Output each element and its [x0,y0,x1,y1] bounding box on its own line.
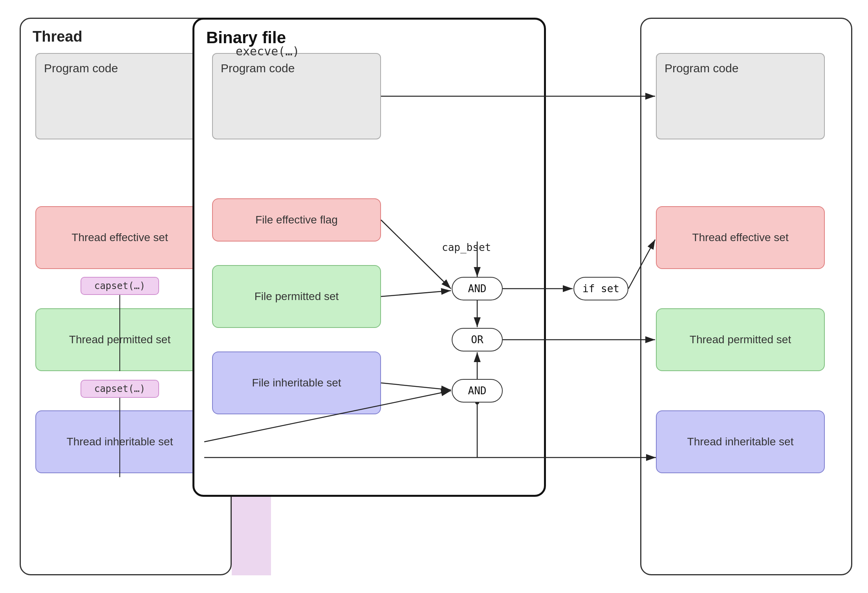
thread-inheritable-label: Thread inheritable set [67,436,173,448]
thread-inheritable-box: Thread inheritable set [35,410,204,473]
file-permitted-label: File permitted set [255,290,339,303]
thread-permitted-box: Thread permitted set [35,308,204,371]
execve-label: execve(…) [236,44,300,58]
file-effective-label: File effective flag [255,214,338,226]
file-inheritable-box: File inheritable set [212,351,381,414]
right-effective-label: Thread effective set [692,231,788,244]
file-effective-box: File effective flag [212,198,381,242]
thread-prog-box: Program code [35,53,204,139]
binary-prog-box: Program code [212,53,381,139]
thread-label: Thread [33,28,82,45]
right-inheritable-box: Thread inheritable set [656,410,825,473]
thread-effective-label: Thread effective set [71,231,168,244]
file-permitted-box: File permitted set [212,265,381,328]
capset2-label: capset(…) [81,380,159,398]
file-inheritable-label: File inheritable set [252,377,341,389]
thread-effective-box: Thread effective set [35,206,204,269]
cap-bset-label: cap_bset [442,242,491,253]
right-prog-box: Program code [656,53,825,139]
right-prog-label: Program code [665,62,738,75]
capset1-label: capset(…) [81,277,159,295]
right-inheritable-label: Thread inheritable set [687,436,794,448]
or-node: OR [452,328,503,351]
right-permitted-label: Thread permitted set [690,333,791,346]
thread-permitted-label: Thread permitted set [69,333,170,346]
binary-prog-label: Program code [221,62,295,75]
thread-prog-label: Program code [44,62,118,75]
right-effective-box: Thread effective set [656,206,825,269]
and2-node: AND [452,379,503,403]
and1-node: AND [452,277,503,300]
right-permitted-box: Thread permitted set [656,308,825,371]
canvas: Thread Binary file execve(…) Program cod… [12,10,856,583]
ifset-node: if set [573,277,628,300]
